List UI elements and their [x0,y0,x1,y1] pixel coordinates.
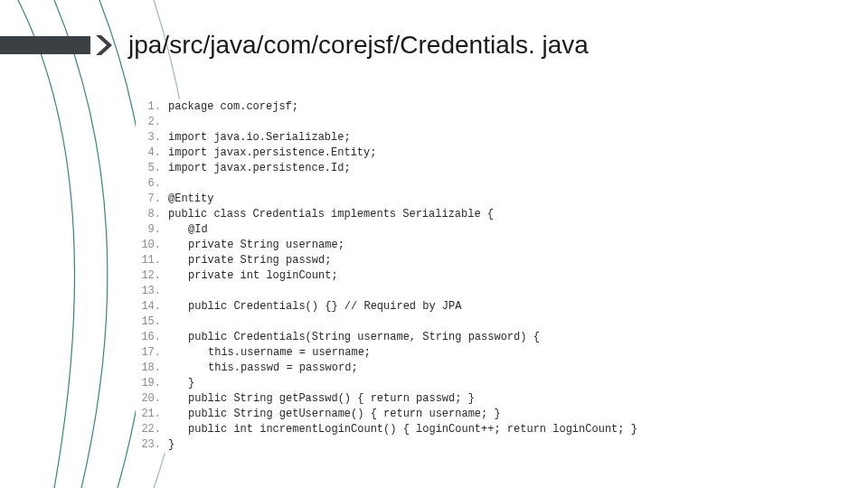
code-line: 18this.passwd = password; [136,361,692,376]
code-line: 9@Id [136,222,692,238]
code-text: public int incrementLoginCount() { login… [165,422,637,437]
code-line: 14public Credentials() {} // Required by… [136,299,692,314]
line-number: 14 [136,299,165,314]
line-number: 18 [136,361,165,376]
code-text: private int loginCount; [165,268,338,284]
line-number: 5 [136,161,165,176]
code-text: } [165,437,175,453]
slide-title-row: jpa/src/java/com/corejsf/Credentials. ja… [0,31,589,60]
code-line: 1package com.corejsf; [136,99,692,115]
code-line: 7@Entity [136,192,692,207]
line-number: 16 [136,330,165,345]
code-listing: 1package com.corejsf;23import java.io.Se… [136,99,692,453]
code-text: package com.corejsf; [165,99,298,115]
code-text: import java.io.Serializable; [165,130,351,145]
code-line: 13 [136,284,692,299]
line-number: 7 [136,192,165,207]
code-text: } [165,376,194,391]
code-text: @Id [165,222,208,238]
code-text: public class Credentials implements Seri… [165,207,494,222]
code-line: 4import javax.persistence.Entity; [136,145,692,161]
code-line: 8public class Credentials implements Ser… [136,207,692,222]
line-number: 8 [136,207,165,222]
code-line: 16public Credentials(String username, St… [136,330,692,345]
code-line: 3import java.io.Serializable; [136,130,692,145]
line-number: 12 [136,268,165,284]
code-text: private String passwd; [165,253,331,268]
code-text: import javax.persistence.Entity; [165,145,376,161]
code-text: public Credentials() {} // Required by J… [165,299,461,314]
code-line: 5import javax.persistence.Id; [136,161,692,176]
code-text: @Entity [165,192,213,207]
code-line: 2 [136,115,692,130]
code-text: public String getPasswd() { return passw… [165,391,475,407]
line-number: 3 [136,130,165,145]
line-number: 9 [136,222,165,238]
code-text: public Credentials(String username, Stri… [165,330,540,345]
line-number: 22 [136,422,165,437]
line-number: 20 [136,391,165,407]
code-text: this.passwd = password; [165,361,358,376]
svg-marker-0 [96,35,112,55]
line-number: 4 [136,145,165,161]
line-number: 2 [136,115,165,130]
code-line: 10private String username; [136,238,692,253]
code-text: import javax.persistence.Id; [165,161,351,176]
line-number: 15 [136,314,165,330]
code-line: 23} [136,437,692,453]
line-number: 6 [136,176,165,192]
line-number: 1 [136,99,165,115]
code-line: 21public String getUsername() { return u… [136,407,692,422]
code-line: 15 [136,314,692,330]
code-line: 20public String getPasswd() { return pas… [136,391,692,407]
code-text: this.username = username; [165,345,371,361]
line-number: 11 [136,253,165,268]
code-line: 19} [136,376,692,391]
slide-title: jpa/src/java/com/corejsf/Credentials. ja… [128,31,589,60]
line-number: 21 [136,407,165,422]
line-number: 23 [136,437,165,453]
code-text: private String username; [165,238,344,253]
code-line: 17this.username = username; [136,345,692,361]
code-line: 11private String passwd; [136,253,692,268]
chevron-right-icon [96,35,118,55]
code-line: 6 [136,176,692,192]
line-number: 17 [136,345,165,361]
line-number: 10 [136,238,165,253]
code-line: 22public int incrementLoginCount() { log… [136,422,692,437]
line-number: 19 [136,376,165,391]
title-accent-bar [0,36,90,54]
code-line: 12private int loginCount; [136,268,692,284]
code-text: public String getUsername() { return use… [165,407,501,422]
line-number: 13 [136,284,165,299]
